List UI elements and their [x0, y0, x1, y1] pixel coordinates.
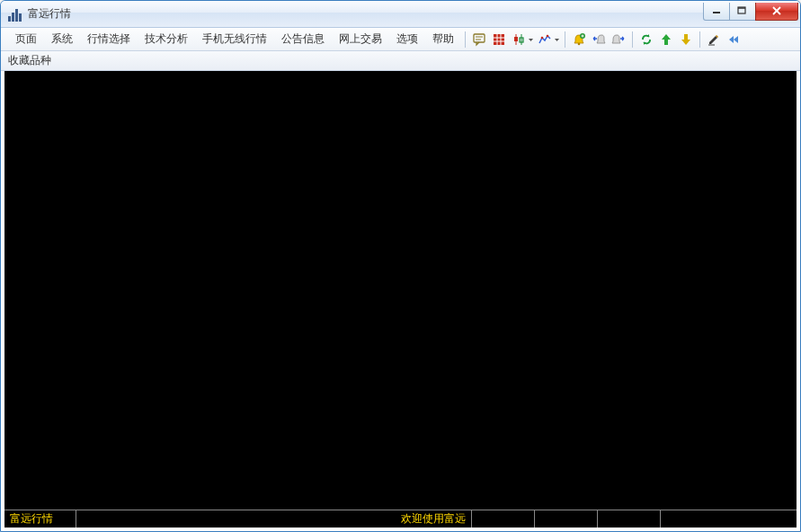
menu-quote-select[interactable]: 行情选择	[80, 28, 138, 50]
menu-announcement[interactable]: 公告信息	[274, 28, 332, 50]
content-area	[4, 71, 797, 510]
favorites-bar: 收藏品种	[1, 51, 800, 71]
app-window: 富远行情 页面 系统 行情选择 技术分析 手机无线行情 公告信息 网上交易 选项…	[0, 0, 801, 532]
status-cell-2	[535, 510, 598, 528]
alert-next-icon[interactable]	[609, 30, 628, 49]
alert-add-icon[interactable]	[569, 30, 589, 49]
menu-page[interactable]: 页面	[8, 28, 44, 50]
menu-system[interactable]: 系统	[44, 28, 80, 50]
statusbar: 富远行情 欢迎使用富远	[4, 510, 797, 528]
edit-icon[interactable]	[704, 30, 724, 49]
alert-prev-icon[interactable]	[589, 30, 609, 49]
status-cell-4	[661, 510, 797, 528]
toolbar-separator	[565, 31, 565, 48]
svg-point-17	[541, 36, 544, 39]
grid-icon[interactable]	[489, 30, 509, 49]
rewind-icon[interactable]	[724, 30, 743, 49]
app-icon	[8, 7, 22, 22]
menu-options[interactable]: 选项	[389, 28, 425, 50]
window-title: 富远行情	[28, 6, 71, 22]
svg-rect-8	[494, 34, 504, 45]
titlebar: 富远行情	[1, 1, 800, 28]
menu-online-trade[interactable]: 网上交易	[332, 28, 389, 50]
close-button[interactable]	[755, 3, 798, 21]
toolbar-separator	[632, 31, 633, 48]
menu-help[interactable]: 帮助	[425, 28, 461, 50]
svg-point-19	[578, 42, 581, 45]
toolbar-separator	[465, 31, 466, 48]
status-brand: 富远行情	[4, 510, 76, 528]
line-chart-icon[interactable]	[535, 30, 555, 49]
menu-tech-analysis[interactable]: 技术分析	[138, 28, 195, 50]
menu-mobile-quote[interactable]: 手机无线行情	[195, 28, 274, 50]
arrow-up-icon[interactable]	[656, 30, 676, 49]
minimize-button[interactable]	[703, 3, 730, 21]
svg-point-18	[547, 34, 549, 37]
toolbar-separator	[699, 31, 700, 48]
bulletin-icon[interactable]	[469, 30, 489, 49]
status-message: 欢迎使用富远	[76, 510, 472, 528]
status-cell-3	[598, 510, 661, 528]
refresh-icon[interactable]	[636, 30, 656, 49]
arrow-down-icon[interactable]	[676, 30, 696, 49]
svg-rect-5	[474, 34, 485, 42]
candlestick-dropdown[interactable]	[527, 32, 535, 47]
candlestick-icon[interactable]	[509, 30, 529, 49]
svg-rect-14	[514, 37, 518, 41]
maximize-button[interactable]	[729, 3, 756, 21]
menubar: 页面 系统 行情选择 技术分析 手机无线行情 公告信息 网上交易 选项 帮助	[1, 28, 800, 51]
window-controls	[704, 3, 798, 21]
favorites-label: 收藏品种	[8, 53, 51, 68]
status-cell-1	[472, 510, 535, 528]
line-chart-dropdown[interactable]	[553, 32, 561, 47]
